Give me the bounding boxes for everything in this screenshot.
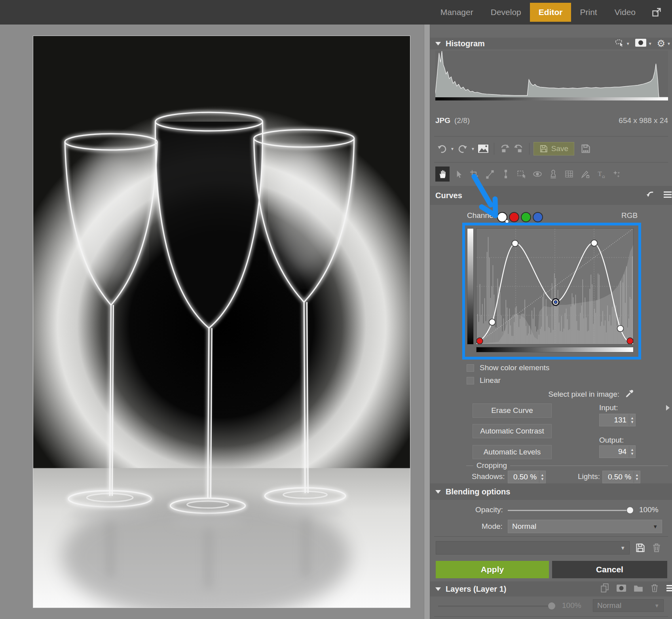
input-spinner-arrows[interactable]: ▲▼ <box>629 414 635 426</box>
erase-curve-button[interactable]: Erase Curve <box>473 403 552 418</box>
input-value[interactable]: 131 <box>600 414 629 426</box>
svg-text:Ω: Ω <box>602 174 605 179</box>
layer-mode-select[interactable]: Normal ▼ <box>593 599 664 612</box>
layer-group-folder-icon[interactable] <box>633 584 644 594</box>
channel-mode-label: RGB <box>621 211 638 220</box>
output-spinner[interactable]: 94 ▲▼ <box>599 445 636 458</box>
eyedropper-icon[interactable] <box>625 388 634 400</box>
redo-dropdown-icon[interactable]: ▼ <box>471 147 475 151</box>
crop-tool[interactable] <box>467 167 481 182</box>
automatic-contrast-button[interactable]: Automatic Contrast <box>473 424 552 438</box>
channel-red-button[interactable] <box>509 212 519 222</box>
save-label: Save <box>551 144 568 153</box>
layers-header: Layers (Layer 1) <box>430 581 672 596</box>
preset-select[interactable]: ▼ <box>436 541 630 555</box>
channel-green-button[interactable] <box>521 212 531 222</box>
red-eye-tool[interactable] <box>530 167 545 182</box>
tab-manager[interactable]: Manager <box>432 3 482 22</box>
divider <box>510 466 668 466</box>
opacity-slider-handle[interactable] <box>626 507 634 514</box>
effects-tool[interactable] <box>609 167 624 182</box>
save-preset-icon[interactable] <box>635 543 645 555</box>
delete-layer-icon[interactable] <box>650 583 659 595</box>
mask-preview-dropdown-icon[interactable]: ▼ <box>648 42 652 46</box>
layers-menu-icon[interactable] <box>666 584 672 594</box>
output-spinner-arrows[interactable]: ▲▼ <box>629 446 635 458</box>
layer-mask-icon[interactable] <box>616 584 626 594</box>
layer-opacity-track[interactable] <box>438 606 549 607</box>
collapse-histogram-icon[interactable] <box>435 42 441 45</box>
linear-checkbox[interactable] <box>467 377 474 384</box>
layers-title: Layers (Layer 1) <box>446 585 506 594</box>
histogram-selection-icon[interactable] <box>614 38 625 49</box>
tab-develop[interactable]: Develop <box>482 3 530 22</box>
svg-text:T: T <box>598 170 602 178</box>
layer-mode-value: Normal <box>597 601 621 610</box>
reset-curves-icon[interactable] <box>645 189 655 202</box>
gear-dropdown-icon[interactable]: ▼ <box>667 42 671 46</box>
collapse-blending-icon[interactable] <box>435 490 441 494</box>
histogram-selection-dropdown-icon[interactable]: ▼ <box>626 42 630 46</box>
clone-stamp-tool[interactable] <box>546 167 560 182</box>
curve-plot[interactable] <box>476 228 634 345</box>
layer-opacity-handle[interactable] <box>548 602 555 610</box>
shadows-spinner-arrows[interactable]: ▲▼ <box>539 471 545 483</box>
duplicate-layer-icon[interactable] <box>600 583 609 595</box>
tab-video[interactable]: Video <box>606 3 644 22</box>
gear-icon[interactable]: ⚙ <box>657 39 666 48</box>
opacity-slider-track[interactable] <box>508 510 631 511</box>
curve-node-tool[interactable] <box>483 167 497 182</box>
file-dimensions: 654 x 988 x 24 <box>619 116 668 125</box>
text-tool[interactable]: TΩ <box>594 167 608 182</box>
line-tool[interactable] <box>499 167 513 182</box>
opacity-row: Opacity: 100% <box>430 505 672 516</box>
curves-menu-icon[interactable] <box>663 191 672 201</box>
pointer-tool[interactable] <box>451 167 465 182</box>
shadows-spinner[interactable]: 0.50 % ▲▼ <box>508 471 546 483</box>
image-canvas <box>0 25 424 619</box>
shadows-value[interactable]: 0.50 % <box>508 471 539 483</box>
rotate-right-icon[interactable] <box>512 142 525 155</box>
hand-tool[interactable] <box>435 167 450 182</box>
mask-preview-icon[interactable] <box>635 38 647 49</box>
image-history-icon[interactable] <box>476 142 490 155</box>
mode-select[interactable]: Normal ▼ <box>508 520 662 533</box>
tab-print[interactable]: Print <box>571 3 606 22</box>
mode-label: Mode: <box>482 522 503 531</box>
channel-blue-button[interactable] <box>533 212 543 222</box>
apply-button[interactable]: Apply <box>436 561 549 578</box>
undo-icon[interactable] <box>435 142 449 155</box>
chevron-down-icon: ▼ <box>654 603 659 609</box>
photo[interactable] <box>33 36 410 608</box>
input-spinner[interactable]: 131 ▲▼ <box>599 414 636 426</box>
curve-endpoint <box>627 338 633 344</box>
canvas-scrollbar[interactable] <box>424 25 430 619</box>
undo-dropdown-icon[interactable]: ▼ <box>450 147 454 151</box>
show-color-elements-checkbox[interactable] <box>467 364 474 372</box>
curves-title: Curves <box>435 191 462 200</box>
chevron-down-icon: ▼ <box>620 545 629 551</box>
share-export-icon[interactable] <box>648 7 665 17</box>
selection-tool[interactable] <box>514 167 529 182</box>
divider <box>434 162 668 163</box>
save-button[interactable]: Save <box>533 142 574 155</box>
redo-icon[interactable] <box>456 142 469 155</box>
channel-row: Channel: RGB <box>430 210 672 221</box>
input-label: Input: <box>599 403 618 412</box>
rotate-left-icon[interactable] <box>498 142 512 155</box>
save-as-icon[interactable] <box>579 142 592 155</box>
delete-preset-icon[interactable] <box>652 543 661 555</box>
output-value[interactable]: 94 <box>600 446 629 458</box>
collapse-layers-icon[interactable] <box>435 587 441 591</box>
lights-spinner[interactable]: 0.50 % ▲▼ <box>602 471 640 483</box>
lights-spinner-arrows[interactable]: ▲▼ <box>634 471 640 483</box>
brush-tool[interactable] <box>578 167 592 182</box>
lights-value[interactable]: 0.50 % <box>603 471 634 483</box>
edit-actions-row: ▼ ▼ <box>435 140 668 157</box>
cancel-button[interactable]: Cancel <box>552 561 667 578</box>
warp-mesh-tool[interactable] <box>562 167 576 182</box>
tab-editor[interactable]: Editor <box>530 3 571 22</box>
cropping-row: Shadows: 0.50 % ▲▼ Lights: 0.50 % ▲▼ <box>430 471 672 483</box>
panel-collapse-icon[interactable] <box>666 405 670 411</box>
automatic-levels-button[interactable]: Automatic Levels <box>473 445 552 459</box>
